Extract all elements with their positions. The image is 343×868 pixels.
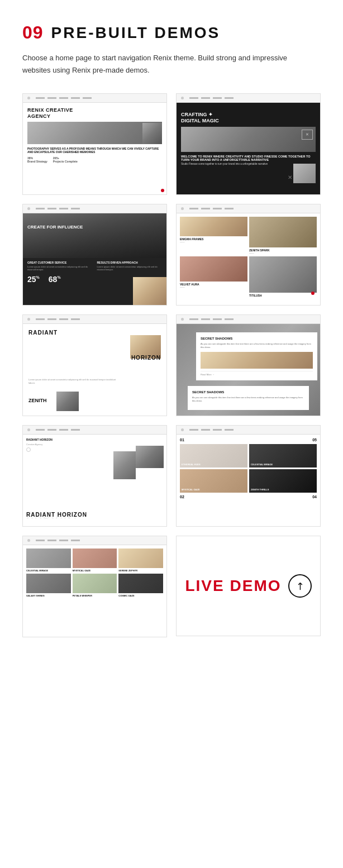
nav-item <box>47 208 56 209</box>
demo4-photo-4 <box>249 256 317 293</box>
demo9-item-6: COSMIC GAZE <box>118 574 163 597</box>
demo9-photo-5 <box>73 574 117 593</box>
demo7-photo1 <box>136 446 164 468</box>
demo-card-6[interactable]: SECRET SHADOWS As you can see alongside … <box>176 314 321 416</box>
demo3-col2: RESULTS DRIVEN APPROACH Lorem ipsum dolo… <box>97 261 163 271</box>
demo8-numbers-bottom: 02 04 <box>180 495 317 499</box>
nav-item <box>213 208 222 209</box>
demo3-stat1: 25% <box>27 275 40 284</box>
nav-item <box>59 540 68 541</box>
section-description: Choose a home page to start navigation R… <box>22 52 290 77</box>
browser-nav-9 <box>36 540 80 541</box>
demo9-content: CELESTIAL MIRAGE MYSTICAL GAZE SERENE ZE… <box>23 545 166 637</box>
browser-bar-2 <box>177 94 320 103</box>
demo2-overlay-icon: ✕ <box>302 130 313 140</box>
demo7-circle-icon <box>26 447 31 452</box>
demo-card-8[interactable]: 01 05 ETHEREAL HUES CELESTIAL MIRAGE MYS… <box>176 425 321 527</box>
nav-item <box>201 208 210 209</box>
demo3-hero-bg <box>23 213 166 258</box>
browser-bar-6 <box>177 315 320 324</box>
nav-item <box>59 97 68 99</box>
nav-item <box>71 318 80 320</box>
demo6-card1: SECRET SHADOWS As you can see alongside … <box>196 332 317 380</box>
demo9-item-4: GALAXY SHINES <box>26 574 71 597</box>
demo-card-live[interactable]: LIVE DEMO ↗ <box>176 536 321 636</box>
nav-item <box>83 97 92 99</box>
demo2-x-mark: ✕ <box>288 174 292 180</box>
demo4-photo-3 <box>180 256 247 282</box>
demo8-photo-1: ETHEREAL HUES <box>180 444 247 468</box>
nav-item <box>225 97 234 99</box>
demo8-photo-2: CELESTIAL MIRAGE <box>249 444 317 468</box>
nav-item <box>71 208 80 209</box>
section-label: PRE-BUILT DEMOS <box>51 24 221 42</box>
live-demo-label: LIVE DEMO <box>185 577 281 595</box>
demo4-content: ENIGMA FRAMES ─── ZENITH SPARK ─── VELVE… <box>177 213 320 305</box>
browser-bar-3 <box>23 204 166 213</box>
demo9-item-1: CELESTIAL MIRAGE <box>26 549 71 572</box>
nav-item <box>59 318 68 320</box>
demo4-item-2: ZENITH SPARK ─── <box>249 217 317 255</box>
demo-card-1[interactable]: RENIX CREATIVE AGENCY PHOTOGRAPHY SERVES… <box>22 93 167 195</box>
demo-card-9[interactable]: CELESTIAL MIRAGE MYSTICAL GAZE SERENE ZE… <box>22 536 167 637</box>
demo1-stat2: 265+ Projects Complete <box>53 156 78 163</box>
demo9-grid: CELESTIAL MIRAGE MYSTICAL GAZE SERENE ZE… <box>26 549 163 597</box>
demo4-photo-1 <box>180 217 247 236</box>
demo9-item-2: MYSTICAL GAZE <box>73 549 117 572</box>
demo7-small-title: RADIANT HORIZON <box>26 438 163 441</box>
nav-item <box>47 318 56 320</box>
demo8-photo-3: MYSTICAL GAZE <box>180 469 247 493</box>
browser-bar-1 <box>23 94 166 103</box>
browser-nav-1 <box>36 97 92 99</box>
demo-card-5[interactable]: RADIANT HORIZON Lorem ipsum dolor sit am… <box>22 314 167 416</box>
demo2-mission-title: WELCOME TO RENIX WHERE CREATIVITY AND ST… <box>181 155 316 161</box>
demo5-title-horizon: HORIZON <box>131 355 161 361</box>
demo1-red-dot <box>161 189 164 192</box>
nav-item <box>189 429 198 431</box>
demo3-stat2: 68% <box>49 275 61 284</box>
demo8-grid: ETHEREAL HUES CELESTIAL MIRAGE MYSTICAL … <box>180 444 317 493</box>
browser-nav-7 <box>36 429 80 431</box>
demo8-numbers-top: 01 05 <box>180 438 317 442</box>
nav-item <box>201 318 210 320</box>
demo3-cols: GREAT CUSTOMER SERVICE Lorem ipsum dolor… <box>27 261 162 271</box>
browser-dot <box>181 318 184 321</box>
demo5-title-zenith: ZENITH <box>28 398 47 403</box>
nav-item <box>71 540 80 541</box>
demo9-photo-4 <box>26 574 71 593</box>
demo7-photo2 <box>113 451 136 479</box>
demo4-item-3: VELVET AURA ─── <box>180 256 247 297</box>
browser-nav-3 <box>36 208 80 209</box>
demo1-stats: 38% Brand Strategy 265+ Projects Complet… <box>27 156 162 163</box>
demo1-person-photo <box>142 123 162 144</box>
demo3-col1-text: Lorem ipsum dolor sit amet consectetur a… <box>27 265 93 271</box>
nav-item <box>36 97 45 99</box>
demo-card-4[interactable]: ENIGMA FRAMES ─── ZENITH SPARK ─── VELVE… <box>176 204 321 306</box>
demo9-item-5: PETALS WHISPER <box>73 574 117 597</box>
demo-card-2[interactable]: CRAFTING ✦ DIGITAL MAGIC ✕ WELCOME TO RE… <box>176 93 321 195</box>
demo3-content: CREATE FOR INFLUENCE GREAT CUSTOMER SERV… <box>23 213 166 305</box>
demo4-item-4: TITILUSH <box>249 256 317 297</box>
demo5-zenith-photo <box>56 392 79 411</box>
demo-card-3[interactable]: CREATE FOR INFLUENCE GREAT CUSTOMER SERV… <box>22 204 167 306</box>
nav-item <box>47 97 56 99</box>
demo2-title: CRAFTING ✦ DIGITAL MAGIC <box>181 112 316 124</box>
browser-dot <box>27 318 30 321</box>
browser-nav-5 <box>36 318 80 320</box>
nav-item <box>36 540 45 541</box>
demo2-photo: ✕ <box>181 127 316 152</box>
demo4-item-1: ENIGMA FRAMES ─── <box>180 217 247 255</box>
demo1-content: RENIX CREATIVE AGENCY PHOTOGRAPHY SERVES… <box>23 103 166 194</box>
demo1-title: RENIX CREATIVE AGENCY <box>27 107 162 120</box>
nav-item <box>189 208 198 209</box>
demo-card-7[interactable]: RADIANT HORIZON Creative Agency RADIANT … <box>22 425 167 527</box>
browser-bar-7 <box>23 426 166 435</box>
nav-item <box>213 429 222 431</box>
section-title: 09 PRE-BUILT DEMOS <box>22 22 321 43</box>
nav-item <box>201 97 210 99</box>
browser-dot <box>27 539 30 542</box>
browser-nav-4 <box>189 208 234 209</box>
demo9-photo-6 <box>118 574 163 593</box>
live-demo-arrow-icon[interactable]: ↗ <box>283 569 316 602</box>
browser-dot <box>27 97 30 99</box>
